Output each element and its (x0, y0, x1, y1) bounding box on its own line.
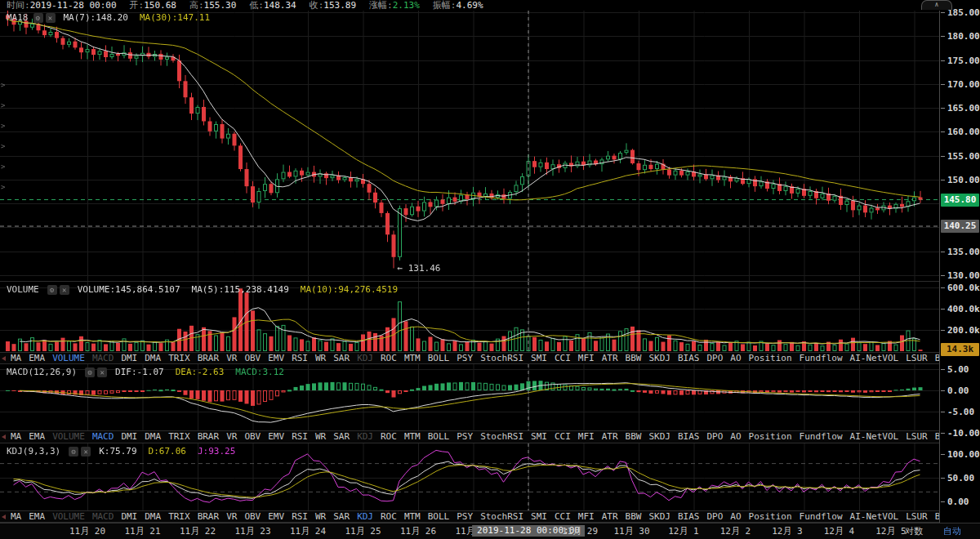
tab-bias[interactable]: BIAS (678, 354, 700, 363)
tab-brar[interactable]: BRAR (198, 432, 220, 442)
toolbar-expand-arrow-icon[interactable]: > (1, 82, 5, 89)
tab-vr[interactable]: VR (226, 354, 237, 363)
tab-rsi[interactable]: RSI (292, 432, 308, 442)
tab-kdj[interactable]: KDJ (357, 512, 373, 522)
toolbar-expand-arrow-icon[interactable]: > (1, 102, 5, 109)
tab-obv[interactable]: OBV (244, 354, 261, 363)
tab-scroll-left-icon[interactable] (2, 514, 6, 519)
settings-icon[interactable]: ⚙ (47, 285, 57, 295)
tab-vr[interactable]: VR (226, 432, 237, 442)
tab-atr[interactable]: ATR (602, 512, 618, 522)
log-scale-toggle[interactable]: 对数 (905, 527, 923, 537)
tab-ao[interactable]: AO (730, 512, 741, 522)
tab-mfi[interactable]: MFI (578, 354, 595, 363)
tab-roc[interactable]: ROC (381, 354, 397, 363)
tab-dmi[interactable]: DMI (121, 432, 137, 442)
tab-boll[interactable]: BOLL (428, 512, 450, 522)
tab-lsur[interactable]: LSUR (906, 354, 928, 363)
tab-position[interactable]: Position (749, 512, 792, 522)
tab-smi[interactable]: SMI (531, 354, 547, 363)
tab-smi[interactable]: SMI (531, 512, 547, 522)
tab-volume[interactable]: VOLUME (52, 354, 85, 363)
tab-brar[interactable]: BRAR (198, 354, 220, 363)
tab-atr[interactable]: ATR (602, 354, 618, 363)
tab-macd[interactable]: MACD (92, 354, 114, 363)
tab-ema[interactable]: EMA (29, 432, 45, 442)
tab-atr[interactable]: ATR (602, 432, 618, 442)
value-axis[interactable]: 185.00180.00175.00170.00165.00160.00155.… (939, 11, 980, 523)
tab-brar[interactable]: BRAR (198, 512, 220, 522)
tab-bias[interactable]: BIAS (678, 432, 700, 442)
tab-emv[interactable]: EMV (268, 432, 284, 442)
tab-vr[interactable]: VR (226, 512, 237, 522)
tab-kdj[interactable]: KDJ (357, 354, 373, 363)
tab-ao[interactable]: AO (730, 432, 741, 442)
tab-dpo[interactable]: DPO (706, 354, 723, 363)
tab-mtm[interactable]: MTM (404, 432, 421, 442)
tab-boll[interactable]: BOLL (428, 354, 450, 363)
tab-ma[interactable]: MA (11, 354, 21, 363)
tab-psy[interactable]: PSY (457, 354, 473, 363)
tab-trix[interactable]: TRIX (168, 432, 190, 442)
tab-lsur[interactable]: LSUR (906, 512, 928, 522)
toolbar-expand-arrow-icon[interactable]: > (1, 122, 5, 130)
tab-bbw[interactable]: BBW (626, 432, 642, 442)
close-icon[interactable]: ✕ (97, 368, 107, 377)
auto-scale-toggle[interactable]: 自动 (943, 527, 961, 537)
time-axis[interactable]: 11月 2011月 2111月 2211月 2311月 2411月 2511月 … (0, 523, 980, 539)
tab-ai-netvol[interactable]: AI-NetVOL (850, 432, 899, 442)
tab-bias[interactable]: BIAS (678, 512, 700, 522)
close-icon[interactable]: ✕ (60, 285, 69, 295)
close-icon[interactable]: ✕ (81, 447, 91, 457)
settings-icon[interactable]: ⚙ (85, 368, 95, 377)
tab-dmi[interactable]: DMI (121, 512, 137, 522)
tab-fundflow[interactable]: Fundflow (800, 512, 843, 522)
tab-psy[interactable]: PSY (457, 512, 473, 522)
tab-emv[interactable]: EMV (268, 512, 284, 522)
tab-skdj[interactable]: SKDJ (648, 432, 670, 442)
tab-stochrsi[interactable]: StochRSI (480, 354, 523, 363)
tab-dpo[interactable]: DPO (706, 512, 723, 522)
tab-dma[interactable]: DMA (145, 354, 161, 363)
tab-dpo[interactable]: DPO (706, 432, 723, 442)
tab-trix[interactable]: TRIX (168, 354, 190, 363)
tab-dma[interactable]: DMA (145, 432, 161, 442)
tab-bbw[interactable]: BBW (626, 512, 642, 522)
tab-psy[interactable]: PSY (457, 432, 473, 442)
tab-obv[interactable]: OBV (244, 432, 261, 442)
tab-rsi[interactable]: RSI (292, 512, 308, 522)
tab-ai-netvol[interactable]: AI-NetVOL (850, 354, 899, 363)
tab-emv[interactable]: EMV (268, 354, 284, 363)
tab-sar[interactable]: SAR (333, 354, 350, 363)
tab-cci[interactable]: CCI (555, 432, 571, 442)
tab-boll[interactable]: BOLL (428, 432, 450, 442)
toolbar-expand-arrow-icon[interactable]: > (1, 163, 5, 171)
tab-sar[interactable]: SAR (333, 432, 350, 442)
settings-icon[interactable]: ⚙ (33, 13, 43, 23)
tab-trix[interactable]: TRIX (168, 512, 190, 522)
tab-bbw[interactable]: BBW (626, 354, 642, 363)
tab-ema[interactable]: EMA (29, 354, 45, 363)
collapse-panel-button[interactable]: ∧ (921, 0, 952, 10)
tab-fundflow[interactable]: Fundflow (800, 354, 843, 363)
tab-stochrsi[interactable]: StochRSI (480, 512, 523, 522)
tab-ao[interactable]: AO (730, 354, 741, 363)
tab-skdj[interactable]: SKDJ (648, 354, 670, 363)
tab-obv[interactable]: OBV (244, 512, 261, 522)
tab-wr[interactable]: WR (315, 354, 326, 363)
tab-mtm[interactable]: MTM (404, 354, 421, 363)
tab-volume[interactable]: VOLUME (52, 432, 85, 442)
tab-ma[interactable]: MA (11, 512, 21, 522)
tab-rsi[interactable]: RSI (292, 354, 308, 363)
tab-macd[interactable]: MACD (92, 432, 114, 442)
close-icon[interactable]: ✕ (46, 13, 56, 23)
tab-scroll-left-icon[interactable] (2, 434, 6, 439)
tab-fundflow[interactable]: Fundflow (800, 432, 843, 442)
tab-ema[interactable]: EMA (29, 512, 45, 522)
tab-scroll-left-icon[interactable] (2, 356, 6, 361)
tab-dma[interactable]: DMA (145, 512, 161, 522)
tab-skdj[interactable]: SKDJ (648, 512, 670, 522)
tab-kdj[interactable]: KDJ (357, 432, 373, 442)
tab-smi[interactable]: SMI (531, 432, 547, 442)
tab-roc[interactable]: ROC (381, 432, 397, 442)
